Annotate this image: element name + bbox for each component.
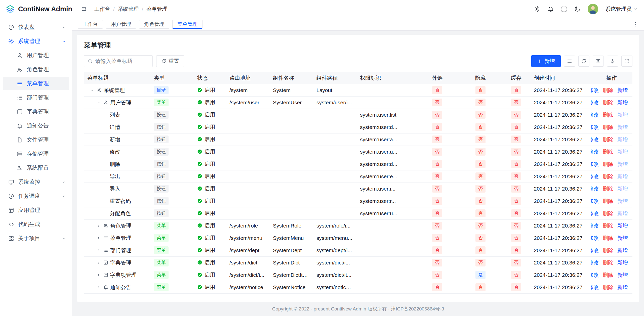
- sidebar-item-config[interactable]: 系统配置: [3, 161, 69, 174]
- delete-link[interactable]: 删除: [603, 99, 613, 106]
- sidebar-item-app[interactable]: 应用管理: [3, 204, 69, 217]
- delete-link[interactable]: 删除: [603, 136, 613, 143]
- menu-title-search[interactable]: [84, 55, 153, 67]
- sidebar-item-notice[interactable]: 通知公告: [3, 119, 69, 132]
- row-caret-right-icon[interactable]: [96, 224, 101, 228]
- table-row: 分配角色按钮启用system:user:u...否否否2024-11-17 20…: [84, 207, 632, 219]
- check-icon: [197, 235, 202, 240]
- edit-link[interactable]: 修改: [591, 222, 599, 229]
- edit-link[interactable]: 修改: [591, 198, 599, 205]
- row-caret-right-icon[interactable]: [96, 261, 101, 265]
- sidebar-item-file[interactable]: 文件管理: [3, 133, 69, 146]
- delete-link[interactable]: 删除: [603, 161, 613, 168]
- notifications-bell-icon[interactable]: [547, 6, 554, 12]
- edit-link[interactable]: 修改: [591, 247, 599, 254]
- edit-link[interactable]: 修改: [591, 272, 599, 279]
- edit-link[interactable]: 修改: [591, 148, 599, 155]
- delete-link[interactable]: 删除: [603, 272, 613, 279]
- add-child-link[interactable]: 新增: [617, 259, 628, 266]
- row-caret-right-icon[interactable]: [96, 285, 101, 289]
- delete-link[interactable]: 删除: [603, 124, 613, 131]
- sidebar-item-user[interactable]: 用户管理: [3, 49, 69, 62]
- breadcrumb-item-0[interactable]: 工作台: [94, 6, 110, 13]
- delete-link[interactable]: 删除: [603, 284, 613, 291]
- edit-link[interactable]: 修改: [591, 87, 599, 94]
- edit-link[interactable]: 修改: [591, 111, 599, 118]
- delete-link[interactable]: 删除: [603, 259, 613, 266]
- delete-link[interactable]: 删除: [603, 210, 613, 217]
- edit-link[interactable]: 修改: [591, 185, 599, 192]
- edit-link[interactable]: 修改: [591, 173, 599, 180]
- user-avatar[interactable]: [587, 4, 598, 15]
- edit-link[interactable]: 修改: [591, 124, 599, 131]
- delete-link[interactable]: 删除: [603, 111, 613, 118]
- edit-link[interactable]: 修改: [591, 284, 599, 291]
- add-child-link[interactable]: 新增: [617, 87, 628, 94]
- app-title: ContiNew Admin: [18, 5, 72, 13]
- delete-link[interactable]: 删除: [603, 247, 613, 254]
- column-header-2: 状态: [194, 72, 226, 84]
- column-settings-button[interactable]: [607, 56, 618, 67]
- sidebar-item-codegen[interactable]: 代码生成: [3, 218, 69, 231]
- add-child-link[interactable]: 新增: [617, 247, 628, 254]
- sidebar-item-monitor[interactable]: 系统监控: [3, 175, 69, 189]
- sidebar-item-storage[interactable]: 存储管理: [3, 147, 69, 160]
- edit-link[interactable]: 修改: [591, 161, 599, 168]
- sidebar-item-dashboard[interactable]: 仪表盘: [3, 21, 69, 34]
- sidebar-item-dept[interactable]: 部门管理: [3, 91, 69, 104]
- sidebar-item-system[interactable]: 系统管理: [3, 35, 69, 48]
- row-caret-right-icon[interactable]: [96, 273, 101, 277]
- row-height-button[interactable]: [593, 56, 604, 67]
- delete-link[interactable]: 删除: [603, 235, 613, 242]
- tab-0[interactable]: 工作台: [78, 20, 103, 29]
- settings-icon[interactable]: [534, 6, 541, 12]
- edit-link[interactable]: 修改: [591, 210, 599, 217]
- row-caret-right-icon[interactable]: [96, 248, 101, 252]
- tab-2[interactable]: 角色管理: [139, 20, 169, 29]
- fullscreen-icon[interactable]: [561, 6, 567, 12]
- sidebar-item-role[interactable]: 角色管理: [3, 63, 69, 76]
- tab-3[interactable]: 菜单管理: [172, 20, 203, 29]
- delete-link[interactable]: 删除: [603, 198, 613, 205]
- add-child-link[interactable]: 新增: [617, 235, 628, 242]
- edit-link[interactable]: 修改: [591, 235, 599, 242]
- row-caret-right-icon[interactable]: [96, 236, 101, 240]
- users-icon: [17, 66, 23, 73]
- edit-link[interactable]: 修改: [591, 259, 599, 266]
- delete-link[interactable]: 删除: [603, 87, 613, 94]
- add-child-link[interactable]: 新增: [617, 284, 628, 291]
- delete-link[interactable]: 删除: [603, 185, 613, 192]
- sidebar-item-menu[interactable]: 菜单管理: [3, 77, 69, 90]
- component-path: system/dict/it...: [313, 269, 356, 281]
- add-child-link[interactable]: 新增: [617, 222, 628, 229]
- add-child-link[interactable]: 新增: [617, 99, 628, 106]
- dark-mode-moon-icon[interactable]: [574, 6, 581, 12]
- add-child-link[interactable]: 新增: [617, 272, 628, 279]
- sidebar-item-dict[interactable]: 字典管理: [3, 105, 69, 118]
- column-header-0: 菜单标题: [84, 72, 150, 84]
- search-input[interactable]: [95, 58, 149, 64]
- delete-link[interactable]: 删除: [603, 173, 613, 180]
- delete-link[interactable]: 删除: [603, 222, 613, 229]
- delete-link[interactable]: 删除: [603, 148, 613, 155]
- sidebar-collapse-button[interactable]: [79, 4, 89, 14]
- user-menu[interactable]: 系统管理员: [605, 6, 637, 13]
- sidebar-item-schedule[interactable]: 任务调度: [3, 190, 69, 203]
- route-path: /system/user: [226, 96, 269, 109]
- reset-button[interactable]: 重置: [156, 55, 184, 67]
- edit-link[interactable]: 修改: [591, 136, 599, 143]
- edit-link[interactable]: 修改: [591, 99, 599, 106]
- table-fullscreen-button[interactable]: [621, 56, 632, 67]
- view-list-button[interactable]: [564, 56, 575, 67]
- breadcrumb-item-2[interactable]: 菜单管理: [146, 6, 168, 13]
- row-caret-down-icon[interactable]: [89, 88, 95, 92]
- tab-1[interactable]: 用户管理: [106, 20, 136, 29]
- breadcrumb-item-1[interactable]: 系统管理: [118, 6, 139, 13]
- add-button[interactable]: 新增: [531, 55, 561, 67]
- tab-options-dots-icon[interactable]: [632, 21, 638, 27]
- sidebar-item-about[interactable]: 关于项目: [3, 232, 69, 245]
- sidebar-item-label: 仪表盘: [18, 23, 58, 31]
- row-caret-down-icon[interactable]: [96, 101, 101, 105]
- app-logo[interactable]: ContiNew Admin: [0, 0, 72, 18]
- refresh-table-button[interactable]: [578, 56, 589, 67]
